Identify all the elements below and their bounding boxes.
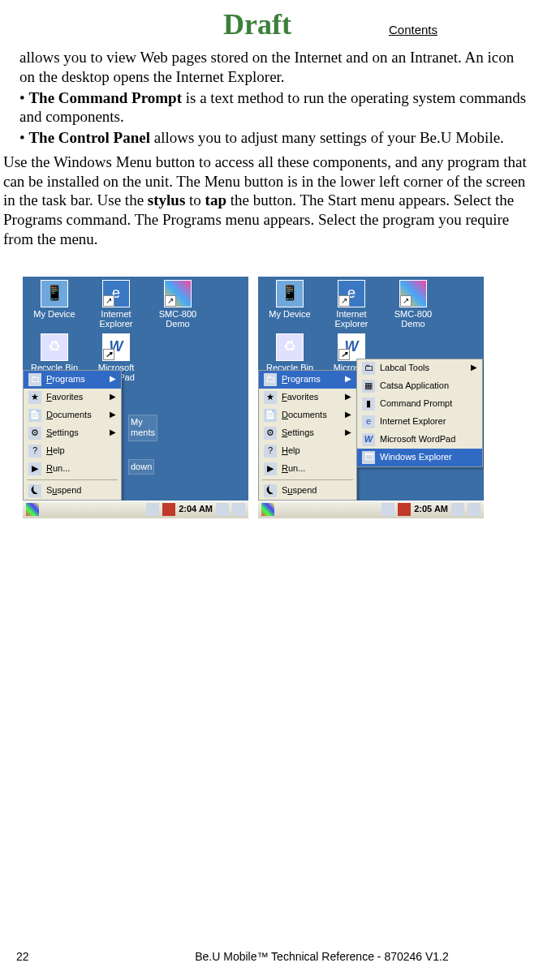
submenu-wordpad[interactable]: WMicrosoft WordPad — [357, 431, 482, 449]
bullet-bold: The Control Panel — [28, 129, 150, 146]
menu-programs[interactable]: 🗀PProgramsrograms▶ — [24, 371, 121, 389]
menu-documents[interactable]: 📄Documents▶ — [259, 406, 356, 424]
ie-icon: e — [338, 280, 365, 307]
tray-icon[interactable] — [468, 503, 481, 516]
submenu-catsa[interactable]: ▦Catsa Application — [357, 377, 482, 395]
desktop-icon-ie[interactable]: e Internet Explorer — [88, 280, 144, 329]
menu-run[interactable]: ▶Run... — [259, 460, 356, 478]
documents-icon: 📄 — [264, 409, 277, 422]
tap-bold: tap — [205, 191, 226, 208]
menu-favorites[interactable]: ★Favorites▶ — [24, 389, 121, 406]
menu-separator — [262, 479, 353, 480]
taskbar-clock: 2:05 AM — [414, 504, 448, 515]
page-number: 22 — [16, 950, 114, 965]
desktop-icon-ie[interactable]: e Internet Explorer — [323, 280, 380, 329]
programs-submenu: 🗀Labcal Tools▶ ▦Catsa Application ▮Comma… — [356, 359, 483, 467]
desktop-label: Internet Explorer — [323, 309, 380, 329]
desktop-icon-smc[interactable]: SMC-800 Demo — [385, 280, 442, 329]
taskbar: 2:05 AM — [258, 501, 484, 518]
screenshot-left: 📱 My Device e Internet Explorer SMC-800 … — [23, 277, 248, 518]
chevron-right-icon: ▶ — [471, 363, 477, 373]
menu-help[interactable]: ?Help — [259, 442, 356, 460]
tray-icon[interactable] — [216, 503, 229, 516]
menu-help[interactable]: ?Help — [24, 442, 121, 460]
start-button-icon[interactable] — [26, 503, 39, 516]
settings-icon: ⚙ — [28, 427, 41, 440]
submenu-label: Microsoft WordPad — [380, 434, 455, 445]
app-icon: ▦ — [362, 380, 375, 393]
menu-settings[interactable]: ⚙Settings▶ — [24, 424, 121, 442]
menu-favorites[interactable]: ★Favorites▶ — [259, 389, 356, 406]
stylus-bold: stylus — [148, 191, 185, 208]
desktop-label: SMC-800 Demo — [149, 309, 206, 329]
bullet-bold: The Command Prompt — [28, 89, 182, 106]
suspend-icon: ⏾ — [28, 484, 41, 497]
desktop-label: SMC-800 Demo — [385, 309, 442, 329]
bullet-dot: • — [19, 129, 28, 146]
submenu-labcal[interactable]: 🗀Labcal Tools▶ — [357, 359, 482, 377]
submenu-ie[interactable]: eInternet Explorer — [357, 413, 482, 431]
menu-suspend[interactable]: ⏾Suspend — [259, 482, 356, 500]
bullet-control-panel: • The Control Panel allows you to adjust… — [19, 128, 530, 148]
smc-icon — [399, 280, 427, 307]
start-button-icon[interactable] — [261, 503, 274, 516]
submenu-windows-explorer[interactable]: 🗔Windows Explorer — [357, 449, 482, 466]
suspend-icon: ⏾ — [264, 484, 277, 497]
submenu-label: Labcal Tools — [380, 363, 429, 374]
usage-text-b: to — [185, 191, 205, 208]
start-menu: 🗀Programs▶ ★Favorites▶ 📄Documents▶ ⚙Sett… — [258, 370, 357, 501]
chevron-right-icon: ▶ — [345, 392, 351, 402]
tray-icon[interactable] — [381, 503, 394, 516]
ie-icon: e — [362, 415, 375, 428]
help-icon: ? — [28, 445, 41, 458]
wordpad-icon: W — [102, 333, 130, 361]
tray-icon[interactable] — [232, 503, 245, 516]
desktop-label: Internet Explorer — [88, 309, 144, 329]
wordpad-icon: W — [362, 433, 375, 446]
menu-documents[interactable]: 📄Documents▶ — [24, 406, 121, 424]
favorites-icon: ★ — [28, 391, 41, 404]
start-menu: 🗀PProgramsrograms▶ ★Favorites▶ 📄Document… — [23, 370, 122, 501]
mydevice-icon: 📱 — [276, 280, 304, 307]
explorer-icon: 🗔 — [362, 451, 375, 464]
draft-watermark: Draft — [223, 6, 291, 43]
footer-text: Be.U Mobile™ Technical Reference - 87024… — [114, 950, 530, 965]
taskbar: 2:04 AM — [23, 501, 248, 518]
contents-link[interactable]: Contents — [389, 23, 437, 38]
screenshot-right: 📱 My Device e Internet Explorer SMC-800 … — [258, 277, 484, 518]
desktop-icon-mydevice[interactable]: 📱 My Device — [261, 280, 318, 329]
recycle-icon: ♻ — [276, 333, 304, 361]
page-footer: 22 Be.U Mobile™ Technical Reference - 87… — [0, 950, 543, 965]
submenu-cmd[interactable]: ▮Command Prompt — [357, 395, 482, 413]
bullet-rest: allows you to adjust many settings of yo… — [150, 129, 504, 146]
chevron-right-icon: ▶ — [345, 428, 351, 438]
mydevice-icon: 📱 — [41, 280, 68, 307]
tray-icon[interactable] — [162, 503, 175, 516]
bg-down: down — [128, 459, 154, 475]
bg-label: ments — [131, 428, 155, 437]
bg-folder-my: My ments — [128, 415, 157, 442]
bullet-command-prompt: • The Command Prompt is a text method to… — [19, 88, 530, 127]
run-icon: ▶ — [28, 462, 41, 475]
chevron-right-icon: ▶ — [110, 392, 116, 402]
tray-icon[interactable] — [451, 503, 464, 516]
submenu-label: Internet Explorer — [380, 416, 446, 428]
tray-icon[interactable] — [146, 503, 159, 516]
desktop-icon-mydevice[interactable]: 📱 My Device — [26, 280, 83, 329]
bullet-dot: • — [19, 89, 28, 106]
menu-settings[interactable]: ⚙Settings▶ — [259, 424, 356, 442]
submenu-label: Windows Explorer — [380, 452, 452, 463]
programs-icon: 🗀 — [264, 373, 277, 386]
tray-icon[interactable] — [398, 503, 411, 516]
recycle-icon: ♻ — [41, 333, 68, 361]
intro-paragraph: allows you to view Web pages stored on t… — [19, 48, 530, 87]
chevron-right-icon: ▶ — [345, 374, 351, 385]
menu-run[interactable]: ▶Run... — [24, 460, 121, 478]
run-icon: ▶ — [264, 462, 277, 475]
desktop-label: My Device — [261, 309, 318, 319]
menu-suspend[interactable]: ⏾Suspend — [24, 482, 121, 500]
settings-icon: ⚙ — [264, 427, 277, 440]
usage-paragraph: Use the Windows Menu button to access al… — [0, 149, 543, 249]
menu-programs[interactable]: 🗀Programs▶ — [259, 371, 356, 389]
desktop-icon-smc[interactable]: SMC-800 Demo — [149, 280, 206, 329]
